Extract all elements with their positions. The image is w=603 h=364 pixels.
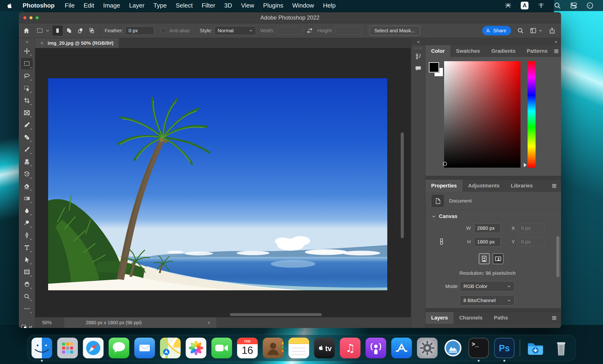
dodge-tool[interactable] bbox=[21, 217, 33, 229]
comments-panel-icon[interactable] bbox=[413, 64, 423, 73]
rectangular-marquee-tool[interactable] bbox=[21, 57, 33, 70]
dock-trash-icon[interactable] bbox=[551, 338, 572, 358]
menu-item-filter[interactable]: Filter bbox=[197, 2, 220, 9]
blur-tool[interactable] bbox=[21, 205, 33, 217]
menu-item-help[interactable]: Help bbox=[318, 2, 340, 9]
control-center-icon[interactable] bbox=[570, 2, 577, 9]
width-input[interactable] bbox=[277, 26, 303, 35]
panel-menu-icon[interactable] bbox=[551, 312, 561, 324]
menu-item-image[interactable]: Image bbox=[99, 2, 125, 9]
dock-maps-icon[interactable] bbox=[160, 338, 181, 358]
share-button[interactable]: Share bbox=[482, 26, 511, 35]
document-tab[interactable]: × img_20.jpg @ 50% (RGB/8#) bbox=[35, 38, 119, 48]
edit-toolbar[interactable] bbox=[21, 303, 33, 315]
workspace-switcher-icon[interactable] bbox=[530, 27, 536, 34]
intersect-selection-button[interactable] bbox=[87, 25, 97, 36]
home-icon[interactable] bbox=[23, 27, 30, 34]
menu-item-type[interactable]: Type bbox=[149, 2, 171, 9]
collapse-panels-icon[interactable]: « bbox=[411, 38, 425, 45]
menu-item-window[interactable]: Window bbox=[288, 2, 318, 9]
new-selection-button[interactable] bbox=[52, 25, 63, 36]
clock-icon[interactable] bbox=[586, 2, 593, 9]
close-icon[interactable]: × bbox=[40, 40, 44, 46]
dock-finder-icon[interactable] bbox=[32, 338, 52, 358]
history-panel-icon[interactable] bbox=[413, 51, 423, 61]
clone-stamp-tool[interactable] bbox=[21, 156, 33, 168]
dock-photos-icon[interactable] bbox=[186, 338, 207, 358]
horizontal-scrollbar[interactable] bbox=[230, 313, 322, 316]
dock-photoshop-icon[interactable]: Ps bbox=[494, 338, 515, 358]
menu-item-3d[interactable]: 3D bbox=[220, 2, 236, 9]
hue-slider-handle[interactable] bbox=[524, 163, 527, 167]
foreground-background-swatches-icon[interactable]: ⇄ bbox=[19, 324, 35, 328]
tab-color[interactable]: Color bbox=[426, 45, 450, 57]
export-icon[interactable] bbox=[549, 27, 555, 34]
bit-depth-select[interactable]: 8 Bits/Channel bbox=[460, 295, 515, 306]
tab-properties[interactable]: Properties bbox=[426, 180, 463, 192]
gradient-tool[interactable] bbox=[21, 193, 33, 204]
minimize-window-button[interactable] bbox=[29, 16, 33, 19]
tab-swatches[interactable]: Swatches bbox=[450, 45, 486, 57]
menu-item-edit[interactable]: Edit bbox=[79, 2, 99, 9]
hue-slider[interactable] bbox=[528, 61, 536, 168]
panel-splitter[interactable] bbox=[426, 308, 561, 312]
dock-apple-tv-icon[interactable]: tv bbox=[314, 338, 335, 358]
dock-contacts-icon[interactable] bbox=[263, 338, 284, 358]
canvas-area[interactable] bbox=[35, 48, 411, 317]
dock-notes-icon[interactable] bbox=[289, 338, 309, 358]
panel-splitter[interactable] bbox=[426, 176, 561, 180]
document-image[interactable] bbox=[48, 78, 387, 290]
select-and-mask-button[interactable]: Select and Mask... bbox=[369, 26, 420, 35]
lasso-tool[interactable] bbox=[21, 70, 33, 82]
link-dimensions-icon[interactable] bbox=[438, 238, 445, 245]
collapse-dock-icon[interactable]: » bbox=[426, 38, 561, 45]
brush-tool[interactable] bbox=[21, 144, 33, 155]
dock-mail-icon[interactable] bbox=[134, 338, 155, 358]
tool-preset-picker[interactable] bbox=[36, 27, 50, 34]
dock-calendar-icon[interactable]: FEB16 bbox=[237, 338, 258, 358]
dock-podcasts-icon[interactable] bbox=[366, 338, 386, 358]
canvas-height-input[interactable]: 1800 px bbox=[474, 237, 501, 246]
dock-music-icon[interactable]: ♫ bbox=[340, 338, 361, 358]
tab-adjustments[interactable]: Adjustments bbox=[463, 180, 505, 192]
subtract-selection-button[interactable] bbox=[75, 25, 86, 36]
properties-scrollbar[interactable] bbox=[556, 236, 559, 277]
drag-grip[interactable] bbox=[414, 47, 422, 49]
spot-healing-brush-tool[interactable] bbox=[21, 131, 33, 143]
anti-alias-checkbox[interactable] bbox=[161, 28, 166, 33]
add-selection-button[interactable] bbox=[64, 25, 74, 36]
dock-app-store-icon[interactable] bbox=[391, 338, 412, 358]
panel-menu-icon[interactable] bbox=[551, 180, 561, 192]
color-field-cursor[interactable] bbox=[443, 162, 447, 166]
dock-safari-icon[interactable] bbox=[83, 338, 104, 358]
tab-layers[interactable]: Layers bbox=[426, 312, 453, 324]
menu-item-layer[interactable]: Layer bbox=[125, 2, 149, 9]
portrait-orientation-button[interactable] bbox=[479, 253, 490, 264]
swap-dimensions-icon[interactable] bbox=[306, 27, 313, 34]
crop-tool[interactable] bbox=[21, 95, 33, 106]
style-select[interactable]: Normal bbox=[215, 26, 256, 35]
apple-menu-icon[interactable] bbox=[7, 2, 13, 9]
dock-app-cleaner-icon[interactable] bbox=[443, 338, 464, 358]
feather-input[interactable]: 0 px bbox=[125, 26, 154, 35]
wifi-alert-icon[interactable] bbox=[537, 2, 545, 9]
hand-tool[interactable] bbox=[21, 278, 33, 290]
height-input[interactable] bbox=[335, 26, 362, 35]
document-info[interactable]: 2880 px x 1800 px (96 ppi) bbox=[64, 317, 217, 328]
search-icon[interactable] bbox=[517, 27, 524, 34]
zoom-level[interactable]: 50% bbox=[42, 320, 64, 325]
dock-messages-icon[interactable] bbox=[109, 338, 129, 358]
eraser-tool[interactable] bbox=[21, 180, 33, 192]
dock-launchpad-icon[interactable] bbox=[57, 338, 78, 358]
color-mode-select[interactable]: RGB Color bbox=[460, 281, 515, 291]
object-selection-tool[interactable] bbox=[21, 82, 33, 94]
menu-item-plugins[interactable]: Plugins bbox=[259, 2, 288, 9]
zoom-window-button[interactable] bbox=[35, 16, 39, 19]
path-selection-tool[interactable] bbox=[21, 254, 33, 265]
menu-item-file[interactable]: File bbox=[60, 2, 79, 9]
tab-channels[interactable]: Channels bbox=[453, 312, 488, 324]
canvas-x-input[interactable]: 0 px bbox=[518, 223, 545, 233]
tab-patterns[interactable]: Patterns bbox=[521, 45, 553, 57]
pen-tool[interactable] bbox=[21, 229, 33, 241]
menu-item-photoshop[interactable]: Photoshop bbox=[18, 2, 60, 9]
